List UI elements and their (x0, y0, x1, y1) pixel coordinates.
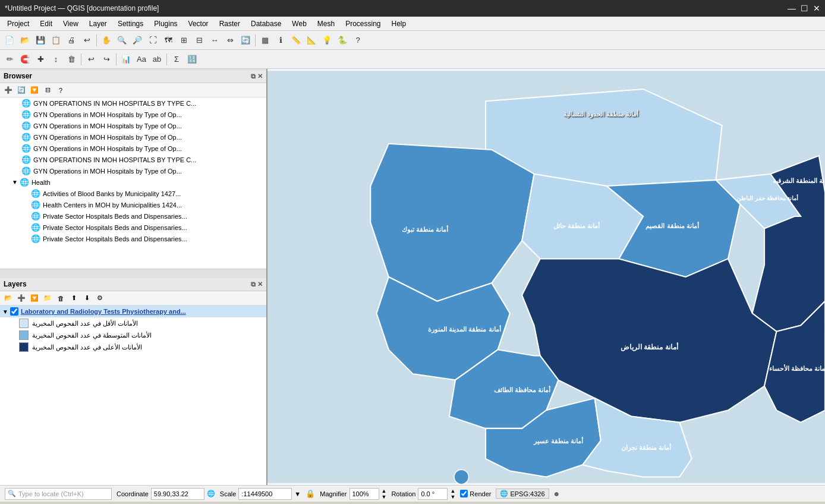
menu-plugins[interactable]: Plugins (149, 18, 182, 29)
zoom-out-button[interactable]: 🔎 (130, 33, 144, 48)
browser-item[interactable]: 🌐GYN Operations in MOH Hospitals by Type… (0, 165, 266, 177)
open-table-button[interactable]: 📊 (119, 52, 133, 67)
help-button[interactable]: ? (351, 33, 365, 48)
layers-options-button[interactable]: ⚙ (94, 292, 106, 304)
menu-database[interactable]: Database (246, 18, 286, 29)
rotation-input[interactable] (418, 488, 448, 500)
menu-vector[interactable]: Vector (184, 18, 213, 29)
menu-mesh[interactable]: Mesh (313, 18, 339, 29)
epsg-badge[interactable]: 🌐 EPSG:4326 (496, 489, 549, 499)
tips-button[interactable]: 💡 (320, 33, 334, 48)
magnifier-input[interactable] (349, 488, 379, 500)
browser-refresh-button[interactable]: 🔄 (15, 84, 27, 96)
layers-open-button[interactable]: 📂 (2, 292, 14, 304)
magnifier-down-arrow[interactable]: ▼ (382, 494, 387, 500)
rotation-down-arrow[interactable]: ▼ (450, 494, 455, 500)
menu-help[interactable]: Help (387, 18, 411, 29)
menu-view[interactable]: View (58, 18, 83, 29)
new-project-button[interactable]: 📄 (2, 33, 17, 48)
browser-item[interactable]: 🌐Private Sector Hospitals Beds and Dispe… (0, 233, 266, 244)
zoom-in-button[interactable]: 🔍 (115, 33, 129, 48)
menu-project[interactable]: Project (2, 18, 34, 29)
layers-close-button[interactable]: ✕ (257, 281, 263, 288)
pan-button[interactable]: ✋ (99, 33, 114, 48)
browser-item[interactable]: 🌐Private Sector Hospitals Beds and Dispe… (0, 210, 266, 222)
scale-input[interactable] (238, 488, 292, 500)
close-button[interactable]: ✕ (813, 4, 820, 13)
measure2-button[interactable]: 📐 (304, 33, 319, 48)
browser-item[interactable]: 🌐Private Sector Hospitals Beds and Dispe… (0, 222, 266, 233)
python-button[interactable]: 🐍 (335, 33, 349, 48)
layers-down-button[interactable]: ⬇ (81, 292, 93, 304)
snap-button[interactable]: 🧲 (18, 52, 32, 67)
browser-item[interactable]: 🌐GYN OPERATIONS IN MOH HOSPITALS BY TYPE… (0, 97, 266, 109)
menu-raster[interactable]: Raster (215, 18, 245, 29)
print-button[interactable]: 🖨 (64, 33, 78, 48)
field-calc-button[interactable]: 🔢 (185, 52, 199, 67)
browser-filter-button[interactable]: 🔽 (29, 84, 40, 96)
render-checkbox[interactable] (460, 490, 468, 497)
render-item[interactable]: Render (460, 490, 491, 497)
browser-item[interactable]: 🌐GYN OPERATIONS IN MOH HOSPITALS BY TYPE… (0, 154, 266, 165)
browser-item[interactable]: 🌐GYN Operations in MOH Hospitals by Type… (0, 143, 266, 154)
browser-item[interactable]: 🌐GYN Operations in MOH Hospitals by Type… (0, 120, 266, 131)
browser-float-button[interactable]: ⧉ (251, 73, 256, 80)
add-feature-button[interactable]: ✚ (33, 52, 48, 67)
undo-button[interactable]: ↩ (80, 33, 94, 48)
save-as-button[interactable]: 📋 (49, 33, 63, 48)
maximize-button[interactable]: ☐ (801, 4, 808, 13)
undo-edit-button[interactable]: ↩ (84, 52, 98, 67)
move-feature-button[interactable]: ↕ (49, 52, 63, 67)
layers-float-button[interactable]: ⧉ (251, 281, 256, 288)
browser-item[interactable]: 🌐GYN Operations in MOH Hospitals by Type… (0, 131, 266, 143)
layers-filter-button[interactable]: 🔽 (29, 292, 40, 304)
identify-button[interactable]: ℹ (273, 33, 288, 48)
magnifier-up-arrow[interactable]: ▲ (382, 488, 387, 494)
browser-item[interactable]: ▼🌐Health (0, 177, 266, 188)
menu-web[interactable]: Web (287, 18, 311, 29)
select-button[interactable]: ▦ (258, 33, 272, 48)
collapse-arrow[interactable]: ▼ (12, 179, 18, 185)
browser-item[interactable]: 🌐Health Centers in MOH by Municipalities… (0, 199, 266, 210)
layers-add-button[interactable]: ➕ (15, 292, 27, 304)
zoom-selection-button[interactable]: ⊞ (177, 33, 191, 48)
coordinate-input[interactable] (151, 488, 204, 500)
browser-collapse-button[interactable]: ⊟ (42, 84, 53, 96)
locate-box[interactable]: 🔍 Type to locate (Ctrl+K) (5, 488, 112, 500)
rotation-up-arrow[interactable]: ▲ (450, 488, 455, 494)
measure-button[interactable]: 📏 (289, 33, 303, 48)
magnifier-stepper[interactable]: ▲ ▼ (382, 488, 387, 500)
label2-button[interactable]: ab (150, 52, 164, 67)
menu-layer[interactable]: Layer (84, 18, 112, 29)
browser-add-button[interactable]: ➕ (2, 84, 14, 96)
layer-item-main[interactable]: ▼ Laboratory and Radiology Tests Physiot… (0, 305, 266, 317)
pan-map-button[interactable]: ↔ (207, 33, 222, 48)
layer-collapse-arrow[interactable]: ▼ (2, 308, 8, 315)
delete-feature-button[interactable]: 🗑 (64, 52, 78, 67)
save-project-button[interactable]: 💾 (33, 33, 48, 48)
menu-edit[interactable]: Edit (35, 18, 57, 29)
refresh-button[interactable]: 🔄 (238, 33, 253, 48)
label-button[interactable]: Aa (134, 52, 149, 67)
count-button[interactable]: Σ (169, 52, 184, 67)
layers-remove-button[interactable]: 🗑 (55, 292, 67, 304)
layer-visibility-checkbox[interactable] (10, 307, 18, 316)
scale-dropdown[interactable]: ▼ (294, 490, 301, 497)
browser-scrollbar-h[interactable] (0, 269, 266, 277)
layers-group-button[interactable]: 📁 (42, 292, 53, 304)
browser-item[interactable]: 🌐GYN Operations in MOH Hospitals by Type… (0, 109, 266, 120)
menu-settings[interactable]: Settings (113, 18, 148, 29)
zoom-layer-button[interactable]: 🗺 (161, 33, 175, 48)
browser-item[interactable]: 🌐Activities of Blood Banks by Municipali… (0, 188, 266, 199)
minimize-button[interactable]: — (788, 4, 796, 13)
menu-processing[interactable]: Processing (341, 18, 385, 29)
pan-map2-button[interactable]: ⇔ (223, 33, 237, 48)
zoom-custom-button[interactable]: ⊟ (192, 33, 206, 48)
redo-edit-button[interactable]: ↪ (99, 52, 114, 67)
browser-list[interactable]: 🌐GYN OPERATIONS IN MOH HOSPITALS BY TYPE… (0, 97, 266, 269)
map-area[interactable]: أمانة منطقة الحدود الشمالية أمانة منطقة … (267, 69, 825, 485)
layers-up-button[interactable]: ⬆ (68, 292, 80, 304)
zoom-full-button[interactable]: ⛶ (146, 33, 160, 48)
browser-help-button[interactable]: ? (55, 84, 67, 96)
edit-layer-button[interactable]: ✏ (2, 52, 17, 67)
